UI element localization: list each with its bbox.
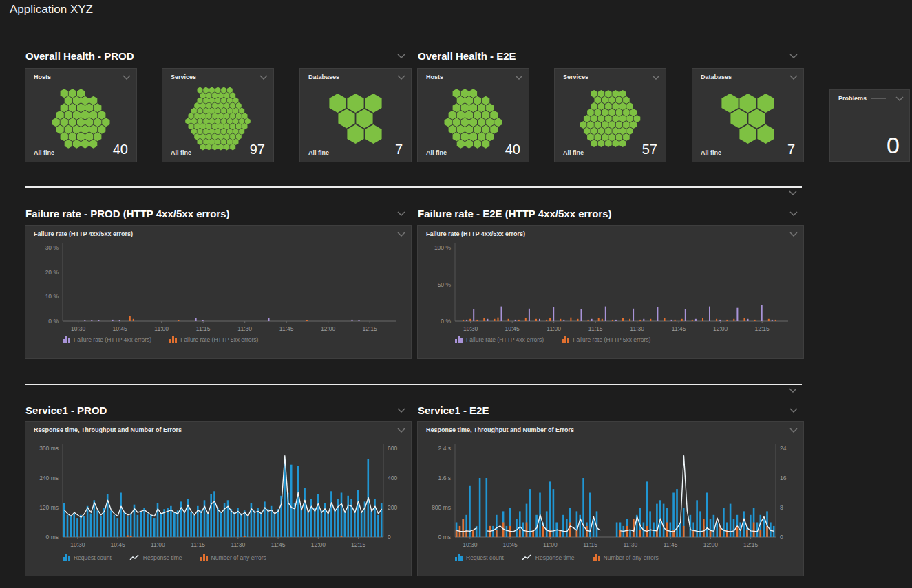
svg-text:0 ms: 0 ms	[46, 534, 59, 541]
legend-item-4xx[interactable]: Failure rate (HTTP 4xx errors)	[455, 336, 544, 343]
hosts-e2e-tile[interactable]: Hosts All fine 40	[417, 68, 529, 162]
chevron-down-icon[interactable]	[789, 388, 797, 393]
line-chart-icon	[129, 554, 140, 561]
service1-prod-tile[interactable]: Response time, Throughput and Number of …	[25, 421, 412, 576]
svg-text:0 ms: 0 ms	[438, 534, 451, 541]
chevron-down-icon[interactable]	[397, 428, 405, 433]
legend-label: Response time	[143, 554, 182, 561]
status-text: All fine	[308, 149, 329, 156]
legend-item-errors[interactable]: Number of any errors	[593, 554, 659, 561]
svg-text:11:15: 11:15	[191, 541, 205, 548]
databases-e2e-tile[interactable]: Databases All fine 7	[692, 68, 804, 162]
legend-label: Failure rate (HTTP 4xx errors)	[74, 336, 151, 343]
tile-title: Databases	[308, 74, 339, 80]
tile-title: Hosts	[426, 74, 443, 80]
chevron-down-icon[interactable]	[789, 75, 798, 80]
chevron-down-icon[interactable]	[789, 54, 798, 58]
status-text: All fine	[426, 149, 447, 156]
svg-text:8: 8	[780, 504, 783, 511]
chevron-down-icon[interactable]	[397, 211, 405, 216]
bar-chart-icon	[63, 554, 70, 561]
svg-text:24: 24	[780, 445, 787, 452]
section-title: Service1 - E2E	[418, 404, 489, 416]
tile-title: Services	[563, 74, 588, 80]
chevron-down-icon[interactable]	[397, 54, 405, 58]
service1-e2e-chart[interactable]: 2.4 s1.6 s800 ms0 ms24168010:3010:4511:0…	[418, 422, 803, 576]
hosts-prod-tile[interactable]: Hosts All fine 40	[25, 68, 137, 162]
svg-text:11:30: 11:30	[630, 325, 644, 332]
entity-count: 97	[250, 142, 265, 156]
svg-text:11:00: 11:00	[543, 541, 558, 548]
chevron-down-icon[interactable]	[652, 75, 660, 80]
bar-chart-icon	[455, 554, 463, 561]
failure-rate-e2e-tile[interactable]: Failure rate (HTTP 4xx/5xx errors) 100 %…	[417, 225, 804, 359]
chevron-down-icon[interactable]	[123, 75, 131, 80]
service1-prod-chart[interactable]: 360 ms240 ms120 ms0 ms600400200010:3010:…	[25, 422, 411, 576]
svg-text:20 %: 20 %	[45, 269, 59, 276]
section-header-service1-prod: Service1 - PROD	[25, 402, 405, 417]
legend-item-errors[interactable]: Number of any errors	[200, 554, 266, 561]
chevron-down-icon[interactable]	[789, 232, 798, 237]
svg-text:11:00: 11:00	[151, 541, 165, 548]
chevron-down-icon[interactable]	[259, 75, 268, 80]
chevron-down-icon[interactable]	[789, 190, 797, 195]
legend-item-4xx[interactable]: Failure rate (HTTP 4xx errors)	[63, 336, 151, 343]
entity-count: 7	[395, 142, 403, 156]
entity-count: 7	[787, 142, 795, 156]
chevron-down-icon[interactable]	[895, 96, 904, 101]
svg-text:10:45: 10:45	[110, 541, 125, 548]
section-header-overall-health-e2e: Overall Health - E2E	[418, 48, 798, 63]
legend-item-5xx[interactable]: Failure rate (HTTP 5xx errors)	[169, 336, 258, 343]
chevron-down-icon[interactable]	[397, 408, 405, 413]
svg-text:10:30: 10:30	[463, 541, 478, 548]
svg-text:11:15: 11:15	[588, 325, 603, 332]
legend-item-request-count[interactable]: Request count	[455, 554, 504, 561]
svg-text:10:30: 10:30	[70, 541, 85, 548]
status-text: All fine	[34, 149, 54, 156]
svg-text:10:45: 10:45	[113, 325, 128, 332]
section-divider	[25, 186, 802, 188]
legend-label: Number of any errors	[604, 554, 659, 561]
chevron-down-icon[interactable]	[397, 232, 405, 237]
legend-item-response-time[interactable]: Response time	[522, 554, 575, 561]
svg-text:50 %: 50 %	[438, 281, 452, 288]
section-header-service1-e2e: Service1 - E2E	[418, 402, 798, 417]
svg-text:11:45: 11:45	[664, 541, 678, 548]
svg-text:12:00: 12:00	[703, 541, 719, 548]
chart-legend: Request count Response time Number of an…	[63, 554, 266, 561]
chart-legend: Failure rate (HTTP 4xx errors) Failure r…	[455, 336, 650, 343]
dashboard: Application XYZ Overall Health - PROD Ov…	[0, 0, 912, 588]
bar-chart-icon	[63, 336, 70, 343]
chevron-down-icon[interactable]	[397, 75, 405, 80]
legend-item-5xx[interactable]: Failure rate (HTTP 5xx errors)	[562, 336, 650, 343]
services-e2e-tile[interactable]: Services All fine 57	[554, 68, 666, 162]
services-prod-tile[interactable]: Services All fine 97	[162, 68, 274, 162]
legend-item-request-count[interactable]: Request count	[63, 554, 112, 561]
status-text: All fine	[171, 149, 191, 156]
section-title: Overall Health - PROD	[25, 50, 134, 62]
svg-text:0: 0	[388, 534, 391, 541]
section-title: Failure rate - E2E (HTTP 4xx/5xx errors)	[418, 208, 612, 219]
svg-text:800 ms: 800 ms	[432, 504, 451, 511]
tile-title: Problems	[838, 95, 867, 102]
chevron-down-icon[interactable]	[515, 75, 523, 80]
chevron-down-icon[interactable]	[789, 428, 798, 433]
svg-text:10:45: 10:45	[505, 325, 520, 332]
svg-text:2.4 s: 2.4 s	[438, 445, 451, 452]
tile-title: Databases	[701, 74, 732, 80]
svg-text:11:45: 11:45	[279, 325, 294, 332]
databases-prod-tile[interactable]: Databases All fine 7	[299, 68, 412, 162]
svg-text:360 ms: 360 ms	[39, 445, 59, 452]
failure-rate-prod-tile[interactable]: Failure rate (HTTP 4xx/5xx errors) 30 %2…	[25, 225, 412, 359]
chevron-down-icon[interactable]	[789, 408, 798, 413]
service1-e2e-tile[interactable]: Response time, Throughput and Number of …	[417, 421, 804, 576]
section-divider	[25, 384, 802, 385]
svg-text:16: 16	[780, 475, 787, 481]
chevron-down-icon[interactable]	[789, 211, 798, 216]
problems-tile[interactable]: Problems 0	[829, 89, 910, 162]
svg-text:12:15: 12:15	[363, 325, 378, 332]
svg-text:0 %: 0 %	[441, 318, 451, 325]
svg-text:1.6 s: 1.6 s	[438, 475, 451, 481]
svg-text:12:00: 12:00	[311, 541, 326, 548]
legend-item-response-time[interactable]: Response time	[129, 554, 182, 561]
